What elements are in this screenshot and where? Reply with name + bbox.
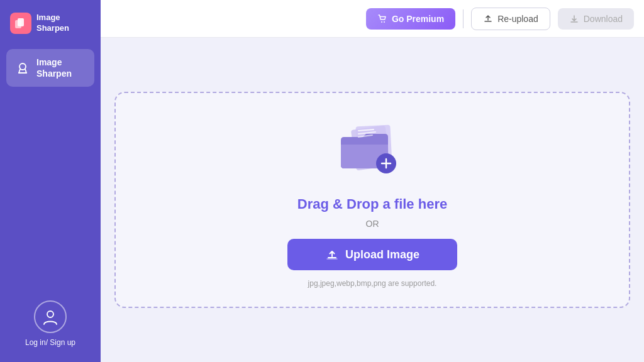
go-premium-button[interactable]: Go Premium: [366, 8, 455, 30]
or-text: OR: [366, 219, 379, 229]
svg-point-4: [381, 21, 382, 23]
main-content: Go Premium Re-upload Download: [101, 0, 644, 362]
download-label: Download: [584, 14, 623, 24]
reupload-label: Re-upload: [497, 14, 538, 24]
cart-icon: [377, 14, 387, 24]
svg-point-3: [47, 311, 53, 317]
logo-text: Image Sharpen: [36, 13, 69, 34]
sidebar-item-image-sharpen[interactable]: Image Sharpen: [6, 49, 94, 87]
folder-illustration: [335, 118, 410, 181]
nav-label-line1: Image: [36, 57, 62, 67]
sidebar-item-label: Image Sharpen: [36, 57, 72, 79]
topbar: Go Premium Re-upload Download: [101, 0, 644, 38]
nav-label-line2: Sharpen: [36, 69, 72, 79]
drag-drop-text: Drag & Drop a file here: [297, 196, 447, 212]
upload-cloud-icon: [325, 248, 339, 261]
upload-icon: [483, 14, 493, 24]
download-icon: [569, 14, 579, 24]
avatar: [34, 300, 67, 333]
logo-area: Image Sharpen: [0, 0, 101, 47]
upload-image-button[interactable]: Upload Image: [287, 239, 457, 270]
topbar-divider: [463, 9, 464, 28]
download-button[interactable]: Download: [558, 8, 634, 30]
login-area[interactable]: Log in/ Sign up: [25, 300, 75, 347]
logo-line2: Sharpen: [36, 23, 69, 33]
drop-zone[interactable]: Drag & Drop a file here OR Upload Image …: [114, 92, 630, 308]
svg-rect-1: [18, 18, 24, 26]
sidebar: Image Sharpen Image Sharpen Log in/ Sign…: [0, 0, 101, 362]
supported-formats-text: jpg,jpeg,webp,bmp,png are supported.: [308, 279, 437, 288]
logo-line1: Image: [36, 13, 60, 22]
upload-container: Drag & Drop a file here OR Upload Image …: [101, 38, 644, 362]
logo-icon: [10, 13, 31, 34]
svg-point-5: [384, 21, 385, 23]
image-sharpen-icon: [15, 60, 30, 75]
reupload-button[interactable]: Re-upload: [471, 8, 550, 30]
login-label[interactable]: Log in/ Sign up: [25, 338, 75, 347]
premium-label: Go Premium: [392, 14, 444, 24]
upload-label: Upload Image: [345, 248, 419, 261]
